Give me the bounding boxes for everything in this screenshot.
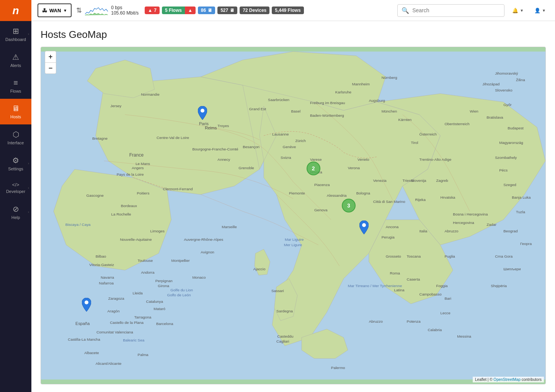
page-title: Hosts GeoMap xyxy=(41,29,546,41)
svg-text:Le Mans: Le Mans xyxy=(135,162,150,166)
interface-icon: ⬡ xyxy=(13,130,19,139)
app-logo[interactable]: n xyxy=(0,0,31,21)
sidebar-item-label: Alerts xyxy=(10,63,21,68)
svg-text:Bosna i Hercegovina: Bosna i Hercegovina xyxy=(453,212,488,216)
svg-text:Mataró: Mataró xyxy=(153,307,165,311)
svg-text:Basel: Basel xyxy=(291,109,301,113)
flows-badge-group: 5 Flows ▲ xyxy=(162,7,196,14)
svg-text:Veneto: Veneto xyxy=(357,157,369,162)
wan-selector-button[interactable]: 🖧 WAN ▼ xyxy=(38,3,72,17)
svg-text:Győr: Győr xyxy=(503,103,512,107)
svg-text:Szeged: Szeged xyxy=(503,183,516,187)
monitor-badge[interactable]: 86 🖥 xyxy=(198,7,215,14)
chevron-icon: › xyxy=(28,162,29,165)
svg-text:Normandie: Normandie xyxy=(141,92,160,96)
svg-text:Foggia: Foggia xyxy=(436,284,448,288)
svg-text:Montpellier: Montpellier xyxy=(171,258,190,263)
notifications-button[interactable]: 🔔 ▼ xyxy=(509,6,527,15)
cluster-count: 3 xyxy=(342,199,356,212)
svg-text:Verona: Verona xyxy=(348,166,360,170)
svg-text:Lecce: Lecce xyxy=(440,311,451,315)
svg-text:Szombathely: Szombathely xyxy=(495,155,517,160)
svg-text:Mar Liguire: Mar Liguire xyxy=(285,237,304,242)
user-menu-button[interactable]: 👤 ▼ xyxy=(531,6,549,15)
status-badges: ▲ 7 5 Flows ▲ 86 🖥 527 🖥 72 Devices 5,44… xyxy=(145,7,304,14)
svg-text:Andorra: Andorra xyxy=(141,270,155,274)
svg-text:Alicant/Alicante: Alicant/Alicante xyxy=(96,361,122,366)
svg-text:Genève: Genève xyxy=(283,145,296,149)
alert-count: 7 xyxy=(154,8,157,13)
svg-text:Vitoria-Gasteiz: Vitoria-Gasteiz xyxy=(89,263,114,267)
svg-text:Paris: Paris xyxy=(199,121,209,126)
search-icon: 🔍 xyxy=(402,7,409,14)
svg-text:La Rochelle: La Rochelle xyxy=(111,212,131,216)
svg-text:Aragón: Aragón xyxy=(108,309,120,313)
svg-text:Biscaya / Caya: Biscaya / Caya xyxy=(65,222,91,227)
map-marker-florence[interactable] xyxy=(359,220,369,236)
sidebar-item-developer[interactable]: </> Developer › xyxy=(0,176,31,199)
svg-text:Roma: Roma xyxy=(390,271,400,275)
sidebar-item-settings[interactable]: ⚙ Settings › xyxy=(0,150,31,176)
svg-text:Pécs: Pécs xyxy=(499,168,508,172)
search-box[interactable]: 🔍 xyxy=(397,4,504,17)
svg-text:Genova: Genova xyxy=(314,208,328,212)
svg-text:Sassari: Sassari xyxy=(271,289,284,293)
svg-text:Zadar: Zadar xyxy=(486,222,497,227)
svg-text:Perugia: Perugia xyxy=(382,235,395,239)
cluster-italy[interactable]: 3 xyxy=(342,199,356,212)
svg-text:Castello de la Plana: Castello de la Plana xyxy=(110,320,144,325)
map-container[interactable]: + − xyxy=(41,47,546,384)
svg-text:Varese: Varese xyxy=(310,157,322,162)
search-input[interactable] xyxy=(412,7,500,13)
svg-text:Caserta: Caserta xyxy=(407,277,420,281)
svg-text:Avignon: Avignon xyxy=(201,250,214,254)
svg-text:Jihomoravský: Jihomoravský xyxy=(495,71,518,75)
svg-text:Banja Luka: Banja Luka xyxy=(512,195,531,199)
settings-icon: ⚙ xyxy=(12,156,19,165)
sidebar-item-alerts[interactable]: ⚠ Alerts xyxy=(0,47,31,73)
svg-text:Svizra: Svizra xyxy=(281,155,291,160)
svg-text:Shqipëria: Shqipëria xyxy=(491,284,507,288)
map-marker-madrid[interactable] xyxy=(82,298,91,313)
alert-badge[interactable]: ▲ 7 xyxy=(145,7,160,14)
flows-total-badge[interactable]: 5,449 Flows xyxy=(272,7,304,14)
svg-point-139 xyxy=(201,109,204,113)
svg-text:Grand Est: Grand Est xyxy=(249,107,266,111)
osm-link[interactable]: OpenStreetMap xyxy=(493,377,521,382)
wan-label: WAN xyxy=(49,8,61,13)
svg-text:Alessandria: Alessandria xyxy=(327,193,347,198)
bell-icon: 🔔 xyxy=(512,8,518,13)
svg-text:Catalunya: Catalunya xyxy=(146,299,163,304)
zoom-out-button[interactable]: − xyxy=(45,62,56,74)
svg-text:Zürich: Zürich xyxy=(295,139,305,143)
svg-text:Mer Ligure: Mer Ligure xyxy=(284,243,302,247)
sidebar-item-interface[interactable]: ⬡ Interface xyxy=(0,124,31,150)
chevron-icon: › xyxy=(28,186,29,190)
svg-text:Grosseto: Grosseto xyxy=(386,254,402,258)
cluster-swiss[interactable]: 2 xyxy=(307,162,320,175)
map-marker-paris[interactable] xyxy=(198,106,207,121)
svg-text:Nouvelle-Aquitaine: Nouvelle-Aquitaine xyxy=(120,237,152,242)
sidebar-item-help[interactable]: ⊘ Help › xyxy=(0,199,31,225)
svg-text:Bari: Bari xyxy=(444,296,451,301)
sidebar-item-dashboard[interactable]: ⊞ Dashboard › xyxy=(0,21,31,47)
svg-text:Ajaccio: Ajaccio xyxy=(253,267,266,271)
user-icon: 👤 xyxy=(534,8,540,13)
svg-text:España: España xyxy=(75,321,90,326)
sidebar-item-flows[interactable]: ≡ Flows xyxy=(0,73,31,99)
traffic-up: 0 bps xyxy=(111,5,139,10)
device-badge[interactable]: 527 🖥 xyxy=(217,7,237,14)
svg-text:Poitiers: Poitiers xyxy=(137,191,149,195)
flows-warn-badge[interactable]: ▲ xyxy=(185,7,196,14)
sidebar-item-hosts[interactable]: 🖥 Hosts xyxy=(0,99,31,124)
devices-label-badge[interactable]: 72 Devices xyxy=(240,7,269,14)
zoom-in-button[interactable]: + xyxy=(45,51,56,62)
sidebar-item-label: Developer xyxy=(6,189,25,194)
svg-text:Cagliari: Cagliari xyxy=(276,339,289,343)
flows-badge[interactable]: 5 Flows xyxy=(162,7,185,14)
svg-text:Георга: Георга xyxy=(520,242,532,246)
svg-text:Bologna: Bologna xyxy=(356,191,371,195)
page-content: Hosts GeoMap + − xyxy=(31,21,555,392)
svg-text:Abruzzo: Abruzzo xyxy=(369,319,383,323)
svg-text:Albacete: Albacete xyxy=(84,351,99,355)
